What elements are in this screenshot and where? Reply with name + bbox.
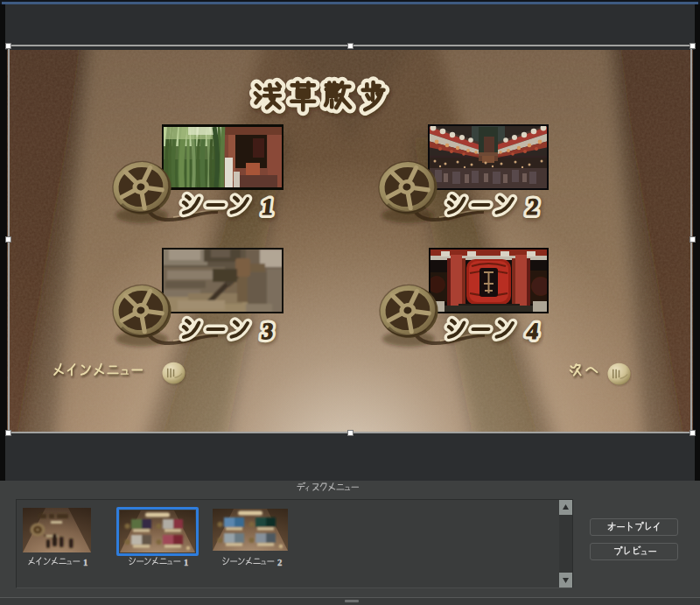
svg-text:1: 1 [184, 557, 188, 567]
svg-text:2: 2 [277, 557, 282, 567]
svg-text:1: 1 [83, 557, 88, 567]
